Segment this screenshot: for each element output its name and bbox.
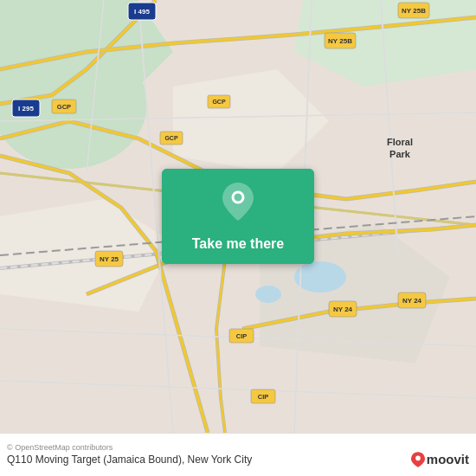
svg-point-8	[255, 286, 281, 303]
moovit-text: moovit	[427, 452, 469, 466]
svg-text:I 295: I 295	[18, 105, 34, 113]
svg-text:CIP: CIP	[236, 332, 248, 340]
map-container: I 295 GCP GCP GCP I 495 NY 25B NY 25B NY…	[0, 0, 476, 433]
svg-text:NY 25: NY 25	[100, 255, 119, 263]
svg-text:I 495: I 495	[134, 8, 150, 16]
take-me-there-button[interactable]: Take me there	[162, 169, 314, 264]
svg-text:GCP: GCP	[57, 103, 71, 111]
svg-point-7	[294, 261, 346, 293]
moovit-pin-icon	[411, 452, 425, 467]
cta-overlay: Take me there	[162, 169, 314, 264]
svg-text:NY 24: NY 24	[333, 306, 353, 313]
location-pin-icon	[222, 183, 254, 221]
place-name: Q110 Moving Target (Jamaica Bound), New …	[7, 453, 252, 466]
svg-text:NY 24: NY 24	[402, 297, 422, 305]
moovit-logo: moovit	[411, 452, 469, 467]
svg-point-50	[415, 455, 421, 460]
cta-button-label: Take me there	[162, 229, 314, 264]
osm-attribution: © OpenStreetMap contributors	[7, 443, 113, 452]
svg-text:Park: Park	[389, 149, 411, 159]
cta-icon-area	[162, 169, 314, 229]
svg-text:CIP: CIP	[258, 393, 269, 401]
svg-text:NY 25B: NY 25B	[402, 7, 426, 15]
bottom-bar: © OpenStreetMap contributorsQ110 Moving …	[0, 433, 476, 476]
svg-text:GCP: GCP	[212, 99, 226, 105]
svg-text:NY 25B: NY 25B	[328, 37, 352, 45]
svg-text:Floral: Floral	[387, 137, 413, 147]
svg-text:GCP: GCP	[164, 135, 178, 141]
svg-point-49	[233, 192, 243, 203]
